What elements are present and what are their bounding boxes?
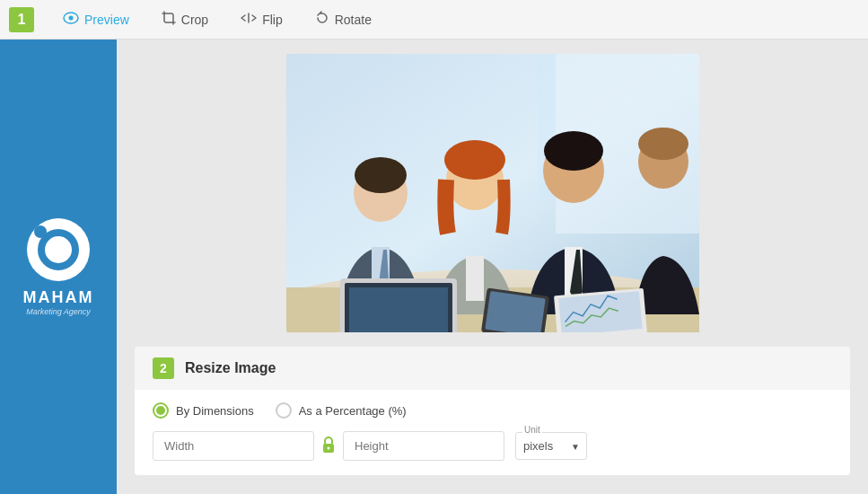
section-header: 2 Resize Image (135, 347, 850, 390)
logo-circle (27, 218, 90, 281)
unit-label: Unit (522, 425, 542, 435)
svg-rect-20 (349, 287, 448, 332)
toolbar: 1 Preview Crop Flip (0, 0, 868, 40)
input-row: Unit pixels cm inch ▼ (153, 431, 832, 461)
tab-preview[interactable]: Preview (48, 6, 144, 33)
step-badge-1: 1 (9, 7, 34, 32)
flip-icon (241, 12, 257, 28)
svg-point-14 (544, 131, 603, 171)
height-input[interactable] (343, 431, 504, 461)
radio-percentage-circle (276, 402, 292, 419)
rotate-label: Rotate (335, 13, 372, 27)
svg-rect-12 (466, 256, 484, 301)
logo-sub: Marketing Agency (26, 307, 91, 316)
tab-crop[interactable]: Crop (147, 5, 223, 34)
radio-by-percentage[interactable]: As a Percentage (%) (276, 402, 407, 419)
tab-rotate[interactable]: Rotate (301, 5, 386, 34)
preview-icon (63, 12, 79, 28)
preview-label: Preview (84, 13, 129, 27)
flip-label: Flip (262, 13, 283, 27)
svg-point-11 (444, 140, 505, 180)
crop-icon (162, 11, 176, 29)
image-preview (286, 54, 699, 332)
width-input[interactable] (153, 431, 314, 461)
radio-group: By Dimensions As a Percentage (%) (153, 402, 832, 419)
lock-icon (321, 436, 336, 457)
logo-sidebar: MAHAM Marketing Agency (0, 40, 117, 494)
tab-flip[interactable]: Flip (226, 6, 297, 33)
main-area: MAHAM Marketing Agency (0, 40, 868, 494)
svg-point-26 (328, 446, 330, 449)
crop-label: Crop (181, 13, 208, 27)
resize-title: Resize Image (185, 360, 276, 376)
svg-point-17 (638, 128, 688, 160)
step-badge-2: 2 (153, 357, 174, 379)
svg-rect-22 (558, 291, 642, 332)
svg-point-8 (355, 157, 407, 193)
unit-select-wrapper: Unit pixels cm inch ▼ (515, 432, 587, 460)
logo-dot (34, 225, 47, 238)
radio-dimensions-label: By Dimensions (176, 404, 254, 418)
logo-name: MAHAM (23, 288, 94, 307)
content-area: 2 Resize Image By Dimensions As a Percen… (117, 40, 868, 494)
radio-by-dimensions[interactable]: By Dimensions (153, 402, 254, 419)
rotate-icon (315, 11, 329, 29)
resize-section: 2 Resize Image By Dimensions As a Percen… (135, 347, 850, 475)
radio-dimensions-circle (153, 402, 169, 419)
radio-percentage-label: As a Percentage (%) (299, 404, 407, 418)
unit-select[interactable]: pixels cm inch (515, 432, 587, 460)
image-preview-container (135, 54, 850, 332)
svg-point-1 (69, 15, 74, 20)
